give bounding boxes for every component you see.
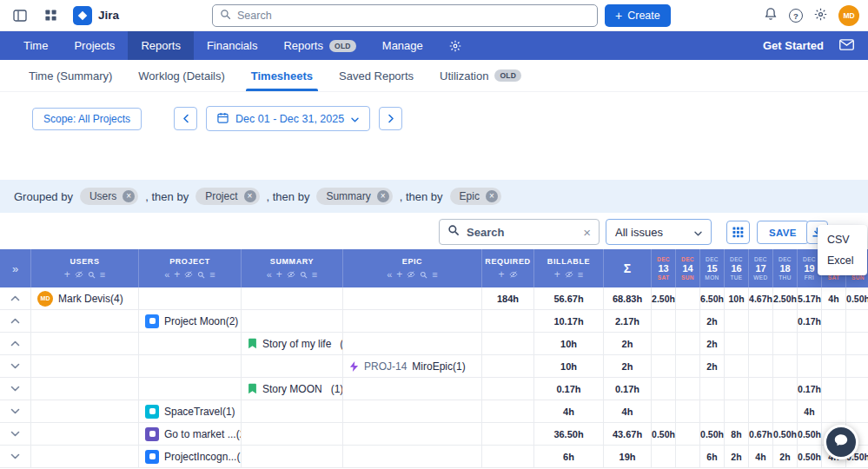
add-icon[interactable]: + bbox=[554, 269, 560, 280]
day-cell-17[interactable] bbox=[749, 400, 773, 422]
day-cell-21[interactable] bbox=[846, 378, 868, 400]
table-search-input[interactable] bbox=[467, 226, 576, 239]
add-icon[interactable]: + bbox=[396, 269, 402, 280]
expand-row-icon[interactable] bbox=[0, 355, 31, 377]
day-cell-18[interactable]: 2.50h bbox=[773, 287, 798, 309]
day-cell-14[interactable] bbox=[676, 378, 700, 400]
nav-item-financials[interactable]: Financials bbox=[194, 31, 271, 60]
day-cell-13[interactable] bbox=[652, 333, 676, 354]
day-cell-14[interactable] bbox=[676, 287, 700, 309]
day-cell-15[interactable]: 0.50h bbox=[700, 423, 725, 445]
day-cell-14[interactable] bbox=[676, 355, 700, 377]
collapse-row-icon[interactable] bbox=[0, 287, 31, 309]
day-cell-19[interactable] bbox=[798, 355, 822, 377]
date-range-button[interactable]: Dec 01 - Dec 31, 2025 bbox=[206, 106, 370, 131]
collapse-column-icon[interactable]: « bbox=[164, 270, 169, 280]
tab-worklog-details[interactable]: Worklog (Details) bbox=[125, 60, 237, 91]
remove-group-icon[interactable]: × bbox=[123, 190, 135, 202]
date-column-header-dec-14[interactable]: DEC14SUN bbox=[676, 249, 700, 287]
column-header-summary[interactable]: SUMMARY«+≡ bbox=[242, 249, 343, 287]
day-cell-18[interactable] bbox=[773, 310, 798, 332]
day-cell-14[interactable] bbox=[676, 310, 700, 332]
day-cell-15[interactable]: 2h bbox=[700, 310, 725, 332]
day-cell-14[interactable] bbox=[676, 446, 700, 467]
day-cell-15[interactable] bbox=[700, 378, 725, 400]
day-cell-16[interactable]: 2h bbox=[725, 446, 749, 467]
group-chip-users[interactable]: Users× bbox=[80, 188, 138, 205]
day-cell-18[interactable] bbox=[773, 378, 798, 400]
remove-group-icon[interactable]: × bbox=[377, 190, 389, 202]
mail-icon[interactable] bbox=[839, 38, 854, 54]
day-cell-13[interactable]: 2.50h bbox=[652, 287, 676, 309]
day-cell-20[interactable]: 4h bbox=[822, 287, 846, 309]
day-cell-21[interactable] bbox=[846, 333, 868, 354]
date-column-header-dec-17[interactable]: DEC17WED bbox=[749, 249, 773, 287]
day-cell-15[interactable] bbox=[700, 400, 725, 422]
sidebar-toggle-icon[interactable] bbox=[9, 4, 31, 27]
add-icon[interactable]: + bbox=[174, 269, 180, 280]
hide-column-icon[interactable] bbox=[565, 270, 573, 279]
nav-item-reports[interactable]: Reports bbox=[128, 31, 194, 60]
global-search[interactable] bbox=[212, 4, 598, 27]
global-search-input[interactable] bbox=[237, 10, 590, 22]
column-header-billable[interactable]: BILLABLE+≡ bbox=[534, 249, 604, 287]
day-cell-17[interactable]: 0.67h bbox=[749, 423, 773, 445]
day-cell-16[interactable] bbox=[725, 333, 749, 354]
column-header-users[interactable]: USERS+≡ bbox=[31, 249, 139, 287]
day-cell-21[interactable] bbox=[846, 310, 868, 332]
date-column-header-dec-18[interactable]: DEC18THU bbox=[773, 249, 798, 287]
help-icon[interactable]: ? bbox=[789, 9, 803, 23]
group-chip-project[interactable]: Project× bbox=[195, 188, 259, 205]
create-button[interactable]: + Create bbox=[605, 4, 671, 27]
export-option-csv[interactable]: CSV bbox=[818, 229, 867, 250]
tab-saved-reports[interactable]: Saved Reports bbox=[326, 60, 427, 91]
group-chip-epic[interactable]: Epic× bbox=[450, 188, 501, 205]
day-cell-19[interactable]: 0.50h bbox=[798, 423, 822, 445]
day-cell-21[interactable]: 0.50h bbox=[846, 287, 868, 309]
day-cell-14[interactable] bbox=[676, 333, 700, 354]
day-cell-17[interactable] bbox=[749, 333, 773, 354]
expand-row-icon[interactable] bbox=[0, 400, 31, 422]
expand-row-icon[interactable] bbox=[0, 378, 31, 400]
day-cell-20[interactable] bbox=[822, 333, 846, 354]
issue-key[interactable]: PROJ-14 bbox=[364, 360, 407, 373]
issues-filter-select[interactable]: All issues bbox=[606, 219, 712, 245]
day-cell-16[interactable] bbox=[725, 378, 749, 400]
clear-search-icon[interactable]: × bbox=[583, 226, 591, 239]
search-column-icon[interactable] bbox=[88, 271, 96, 279]
settings-gear-icon[interactable] bbox=[814, 8, 827, 24]
column-header-total[interactable]: Σ bbox=[604, 249, 652, 287]
day-cell-16[interactable] bbox=[725, 355, 749, 377]
chat-widget-button[interactable] bbox=[824, 425, 858, 459]
day-cell-13[interactable] bbox=[652, 446, 676, 467]
day-cell-20[interactable] bbox=[822, 378, 846, 400]
collapse-row-icon[interactable] bbox=[0, 310, 31, 332]
nav-item-time[interactable]: Time bbox=[10, 31, 61, 60]
notifications-bell-icon[interactable] bbox=[764, 7, 778, 24]
day-cell-14[interactable] bbox=[676, 400, 700, 422]
day-cell-17[interactable] bbox=[749, 378, 773, 400]
column-header-project[interactable]: PROJECT«+≡ bbox=[139, 249, 242, 287]
search-column-icon[interactable] bbox=[420, 271, 427, 279]
day-cell-19[interactable]: 4h bbox=[798, 400, 822, 422]
column-settings-button[interactable] bbox=[726, 221, 750, 244]
day-cell-19[interactable] bbox=[798, 333, 822, 354]
day-cell-17[interactable]: 4h bbox=[749, 446, 773, 467]
search-column-icon[interactable] bbox=[197, 271, 205, 279]
collapse-row-icon[interactable] bbox=[0, 333, 31, 354]
day-cell-13[interactable] bbox=[652, 310, 676, 332]
get-started-link[interactable]: Get Started bbox=[763, 39, 824, 52]
group-chip-summary[interactable]: Summary× bbox=[316, 188, 392, 205]
day-cell-16[interactable] bbox=[725, 310, 749, 332]
day-cell-20[interactable] bbox=[822, 355, 846, 377]
expand-row-icon[interactable] bbox=[0, 446, 31, 467]
nav-settings-gear-icon[interactable] bbox=[436, 31, 474, 60]
day-cell-16[interactable]: 8h bbox=[725, 423, 749, 445]
scope-filter-button[interactable]: Scope: All Projects bbox=[32, 108, 142, 130]
nav-item-reports[interactable]: ReportsOLD bbox=[270, 31, 368, 60]
column-header-epic[interactable]: EPIC«+≡ bbox=[343, 249, 482, 287]
day-cell-13[interactable] bbox=[652, 400, 676, 422]
nav-item-manage[interactable]: Manage bbox=[369, 31, 436, 60]
day-cell-15[interactable]: 6h bbox=[700, 446, 725, 467]
menu-icon[interactable]: ≡ bbox=[578, 270, 583, 280]
